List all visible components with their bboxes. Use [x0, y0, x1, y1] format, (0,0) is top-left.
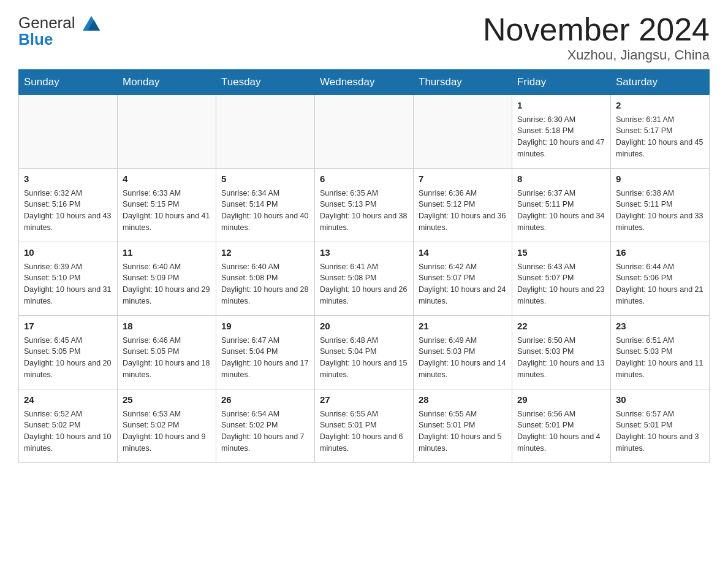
sun-info: Sunrise: 6:51 AMSunset: 5:03 PMDaylight:… [616, 335, 704, 381]
day-number: 19 [221, 320, 309, 334]
day-number: 12 [221, 246, 309, 260]
calendar-cell: 2Sunrise: 6:31 AMSunset: 5:17 PMDaylight… [611, 95, 710, 169]
sun-info: Sunrise: 6:53 AMSunset: 5:02 PMDaylight:… [123, 408, 211, 454]
sun-info: Sunrise: 6:35 AMSunset: 5:13 PMDaylight:… [320, 188, 408, 234]
calendar-week-row: 24Sunrise: 6:52 AMSunset: 5:02 PMDayligh… [19, 389, 710, 463]
sun-info: Sunrise: 6:38 AMSunset: 5:11 PMDaylight:… [616, 188, 704, 234]
calendar-week-row: 1Sunrise: 6:30 AMSunset: 5:18 PMDaylight… [19, 95, 710, 169]
day-number: 23 [616, 320, 704, 334]
sun-info: Sunrise: 6:40 AMSunset: 5:09 PMDaylight:… [123, 261, 211, 307]
day-number: 17 [24, 320, 112, 334]
day-number: 27 [320, 393, 408, 407]
day-number: 24 [24, 393, 112, 407]
day-number: 2 [616, 99, 704, 113]
calendar-cell: 13Sunrise: 6:41 AMSunset: 5:08 PMDayligh… [315, 242, 414, 316]
day-number: 4 [123, 172, 211, 186]
logo-blue-text: Blue [18, 31, 53, 48]
title-area: November 2024 Xuzhou, Jiangsu, China [483, 12, 710, 63]
sun-info: Sunrise: 6:42 AMSunset: 5:07 PMDaylight:… [419, 261, 507, 307]
day-number: 20 [320, 320, 408, 334]
calendar-cell: 5Sunrise: 6:34 AMSunset: 5:14 PMDaylight… [216, 169, 315, 242]
sun-info: Sunrise: 6:39 AMSunset: 5:10 PMDaylight:… [24, 261, 112, 307]
day-number: 28 [419, 393, 507, 407]
sun-info: Sunrise: 6:49 AMSunset: 5:03 PMDaylight:… [419, 335, 507, 381]
day-number: 6 [320, 172, 408, 186]
location-title: Xuzhou, Jiangsu, China [483, 47, 710, 63]
day-number: 1 [517, 99, 605, 113]
calendar-header-saturday: Saturday [611, 70, 710, 95]
sun-info: Sunrise: 6:36 AMSunset: 5:12 PMDaylight:… [419, 188, 507, 234]
day-number: 9 [616, 172, 704, 186]
calendar-cell: 7Sunrise: 6:36 AMSunset: 5:12 PMDaylight… [414, 169, 512, 242]
sun-info: Sunrise: 6:43 AMSunset: 5:07 PMDaylight:… [517, 261, 605, 307]
calendar-header-thursday: Thursday [414, 70, 512, 95]
logo: General Blue [18, 12, 100, 48]
sun-info: Sunrise: 6:47 AMSunset: 5:04 PMDaylight:… [221, 335, 309, 381]
calendar-cell: 23Sunrise: 6:51 AMSunset: 5:03 PMDayligh… [611, 316, 710, 389]
day-number: 14 [419, 246, 507, 260]
day-number: 26 [221, 393, 309, 407]
calendar-cell: 8Sunrise: 6:37 AMSunset: 5:11 PMDaylight… [512, 169, 611, 242]
logo-icon [77, 13, 100, 33]
sun-info: Sunrise: 6:56 AMSunset: 5:01 PMDaylight:… [517, 408, 605, 454]
calendar-cell: 24Sunrise: 6:52 AMSunset: 5:02 PMDayligh… [19, 389, 118, 463]
calendar-cell [216, 95, 315, 169]
day-number: 29 [517, 393, 605, 407]
day-number: 3 [24, 172, 112, 186]
sun-info: Sunrise: 6:54 AMSunset: 5:02 PMDaylight:… [221, 408, 309, 454]
sun-info: Sunrise: 6:45 AMSunset: 5:05 PMDaylight:… [24, 335, 112, 381]
calendar-cell: 14Sunrise: 6:42 AMSunset: 5:07 PMDayligh… [414, 242, 512, 316]
month-title: November 2024 [483, 12, 710, 47]
calendar-cell: 15Sunrise: 6:43 AMSunset: 5:07 PMDayligh… [512, 242, 611, 316]
sun-info: Sunrise: 6:57 AMSunset: 5:01 PMDaylight:… [616, 408, 704, 454]
day-number: 21 [419, 320, 507, 334]
sun-info: Sunrise: 6:44 AMSunset: 5:06 PMDaylight:… [616, 261, 704, 307]
sun-info: Sunrise: 6:46 AMSunset: 5:05 PMDaylight:… [123, 335, 211, 381]
logo-general-text: General [18, 14, 75, 32]
calendar-cell: 26Sunrise: 6:54 AMSunset: 5:02 PMDayligh… [216, 389, 315, 463]
sun-info: Sunrise: 6:37 AMSunset: 5:11 PMDaylight:… [517, 188, 605, 234]
day-number: 25 [123, 393, 211, 407]
sun-info: Sunrise: 6:30 AMSunset: 5:18 PMDaylight:… [517, 114, 605, 160]
sun-info: Sunrise: 6:34 AMSunset: 5:14 PMDaylight:… [221, 188, 309, 234]
day-number: 8 [517, 172, 605, 186]
calendar-cell: 6Sunrise: 6:35 AMSunset: 5:13 PMDaylight… [315, 169, 414, 242]
sun-info: Sunrise: 6:33 AMSunset: 5:15 PMDaylight:… [123, 188, 211, 234]
calendar-cell: 18Sunrise: 6:46 AMSunset: 5:05 PMDayligh… [118, 316, 216, 389]
calendar-cell [414, 95, 512, 169]
calendar-header-sunday: Sunday [19, 70, 118, 95]
calendar-cell: 27Sunrise: 6:55 AMSunset: 5:01 PMDayligh… [315, 389, 414, 463]
sun-info: Sunrise: 6:55 AMSunset: 5:01 PMDaylight:… [419, 408, 507, 454]
header: General Blue November 2024 Xuzhou, Jiang… [18, 12, 710, 63]
calendar-cell: 19Sunrise: 6:47 AMSunset: 5:04 PMDayligh… [216, 316, 315, 389]
calendar-cell: 30Sunrise: 6:57 AMSunset: 5:01 PMDayligh… [611, 389, 710, 463]
calendar-week-row: 10Sunrise: 6:39 AMSunset: 5:10 PMDayligh… [19, 242, 710, 316]
calendar-week-row: 17Sunrise: 6:45 AMSunset: 5:05 PMDayligh… [19, 316, 710, 389]
sun-info: Sunrise: 6:41 AMSunset: 5:08 PMDaylight:… [320, 261, 408, 307]
sun-info: Sunrise: 6:32 AMSunset: 5:16 PMDaylight:… [24, 188, 112, 234]
day-number: 10 [24, 246, 112, 260]
calendar-cell [315, 95, 414, 169]
calendar-header-tuesday: Tuesday [216, 70, 315, 95]
calendar-cell: 4Sunrise: 6:33 AMSunset: 5:15 PMDaylight… [118, 169, 216, 242]
day-number: 16 [616, 246, 704, 260]
day-number: 18 [123, 320, 211, 334]
sun-info: Sunrise: 6:40 AMSunset: 5:08 PMDaylight:… [221, 261, 309, 307]
calendar-cell [19, 95, 118, 169]
day-number: 15 [517, 246, 605, 260]
sun-info: Sunrise: 6:50 AMSunset: 5:03 PMDaylight:… [517, 335, 605, 381]
calendar-cell: 28Sunrise: 6:55 AMSunset: 5:01 PMDayligh… [414, 389, 512, 463]
calendar-cell: 9Sunrise: 6:38 AMSunset: 5:11 PMDaylight… [611, 169, 710, 242]
calendar-cell: 20Sunrise: 6:48 AMSunset: 5:04 PMDayligh… [315, 316, 414, 389]
calendar-cell [118, 95, 216, 169]
day-number: 22 [517, 320, 605, 334]
calendar-cell: 16Sunrise: 6:44 AMSunset: 5:06 PMDayligh… [611, 242, 710, 316]
calendar-header-monday: Monday [118, 70, 216, 95]
day-number: 7 [419, 172, 507, 186]
calendar-cell: 17Sunrise: 6:45 AMSunset: 5:05 PMDayligh… [19, 316, 118, 389]
calendar-cell: 22Sunrise: 6:50 AMSunset: 5:03 PMDayligh… [512, 316, 611, 389]
sun-info: Sunrise: 6:48 AMSunset: 5:04 PMDaylight:… [320, 335, 408, 381]
calendar: SundayMondayTuesdayWednesdayThursdayFrid… [18, 69, 710, 463]
calendar-cell: 12Sunrise: 6:40 AMSunset: 5:08 PMDayligh… [216, 242, 315, 316]
day-number: 11 [123, 246, 211, 260]
